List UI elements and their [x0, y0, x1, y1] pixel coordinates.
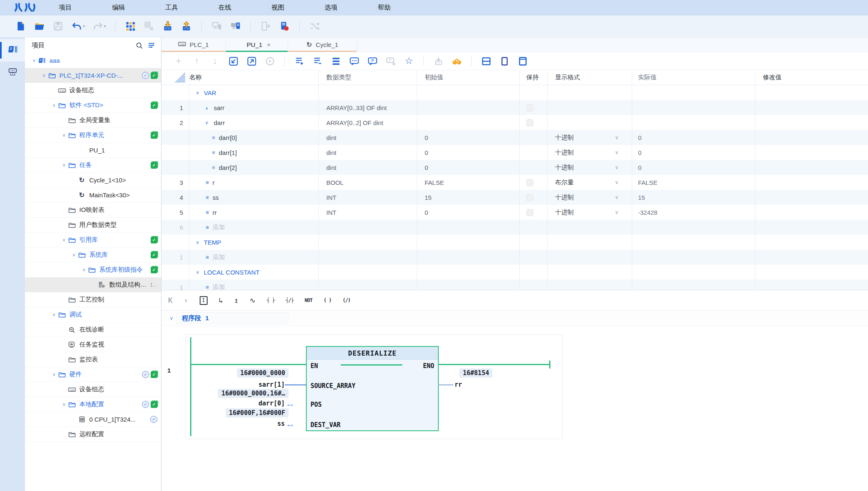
tree-item-device-config[interactable]: 1100设备组态 [25, 83, 161, 98]
dropdown-chevron-icon[interactable]: ∨ [615, 150, 619, 155]
retain-checkbox[interactable] [526, 179, 533, 186]
name-cell[interactable]: darr[0] [189, 130, 319, 145]
chevron-down-icon[interactable]: ∨ [51, 312, 57, 317]
menu-tools[interactable]: 工具 [165, 3, 178, 12]
network-section-header[interactable]: ∨ 程序段 1 [161, 311, 868, 326]
display-format-cell[interactable]: 十进制∨ [548, 145, 632, 160]
chevron-down-icon[interactable]: ∨ [81, 267, 87, 273]
export-vars-button[interactable] [246, 56, 257, 66]
tree-item-global-vars[interactable]: 全局变量集 [25, 113, 161, 128]
tree-item-cpu-1[interactable]: 0 CPU_1[T324...✓ [25, 412, 161, 427]
name-cell[interactable]: ›sarr [189, 100, 319, 115]
chevron-down-icon[interactable]: ∨ [61, 133, 67, 138]
activity-network-config[interactable] [0, 61, 25, 84]
data-type-cell[interactable]: dint [319, 160, 417, 175]
menu-online[interactable]: 在线 [218, 3, 231, 12]
name-cell[interactable]: rr [189, 205, 319, 220]
undo-dropdown-caret[interactable]: ▾ [83, 24, 85, 28]
edge-pulse-button[interactable]: ∿ [249, 297, 255, 304]
frame-view-button[interactable] [517, 56, 528, 66]
menu-options[interactable]: 选项 [325, 3, 337, 12]
name-cell[interactable]: ∨darr [189, 115, 319, 130]
favorite-button[interactable]: ☆ [403, 56, 414, 66]
data-type-cell[interactable]: ARRAY[0..2] OF dint [319, 115, 417, 130]
ladder-canvas[interactable]: 1 DESERIALIZE EN ENO SOURCE_ARRAYPOSDEST… [161, 326, 868, 491]
menu-edit[interactable]: 编辑 [112, 3, 125, 12]
tab-cycle-1[interactable]: ↻Cycle_1 [288, 37, 357, 52]
delete-row-button[interactable] [312, 56, 323, 66]
import-vars-button[interactable] [228, 56, 239, 66]
data-type-cell[interactable]: dint [319, 130, 417, 145]
select-tool-button[interactable]: K [168, 297, 173, 304]
chevron-down-icon[interactable]: ∨ [41, 73, 47, 78]
export-snapshot-button[interactable] [433, 56, 444, 66]
tree-item-software-std[interactable]: ∨软件 <STD>✓ [25, 98, 161, 113]
retain-checkbox[interactable] [526, 209, 533, 216]
data-type-cell[interactable]: dint [319, 145, 417, 160]
dropdown-chevron-icon[interactable]: ∨ [615, 194, 619, 200]
chevron-down-icon[interactable]: ∨ [194, 90, 201, 96]
data-type-cell[interactable]: BOOL [319, 175, 417, 190]
menu-project[interactable]: 项目 [59, 3, 72, 12]
name-cell[interactable]: 添加 [189, 250, 319, 265]
tree-item-plc-1[interactable]: ∨PLC_1[T324-XP-CD-...✓✓ [25, 68, 161, 83]
contact-nc-button[interactable]: ┤/├ [286, 298, 293, 303]
tree-item-tasks[interactable]: ∨任务✓ [25, 158, 161, 173]
coil-button[interactable]: ( ) [324, 298, 332, 303]
initial-value-cell[interactable] [417, 100, 520, 115]
dropdown-chevron-icon[interactable]: ∨ [615, 179, 619, 185]
add-variable-button[interactable]: + [173, 56, 184, 66]
function-block[interactable]: DESERIALIZE EN ENO SOURCE_ARRAYPOSDEST_V… [306, 346, 439, 431]
tree-item-array-struct-instructions[interactable]: 数组及结构体...1... [25, 277, 161, 292]
menu-help[interactable]: 帮助 [378, 3, 391, 12]
modify-value-cell[interactable] [756, 205, 868, 220]
tree-item-cycle-1[interactable]: ↻Cycle_1<10> [25, 173, 161, 188]
tab-plc-1[interactable]: 1100PLC_1 [161, 37, 226, 52]
chevron-down-icon[interactable]: ∨ [194, 270, 201, 275]
chevron-down-icon[interactable]: ∨ [194, 240, 201, 245]
monitor-mode-button[interactable] [230, 20, 241, 32]
chevron-down-icon[interactable]: ∨ [31, 58, 37, 63]
close-icon[interactable]: × [267, 41, 271, 48]
run-check-button[interactable] [264, 56, 275, 66]
tree-item-maintask[interactable]: ↻MainTask<30> [25, 188, 161, 203]
display-format-cell[interactable]: 十进制∨ [548, 130, 632, 145]
name-cell[interactable]: darr[2] [189, 160, 319, 175]
name-cell[interactable]: ∨VAR [189, 85, 319, 100]
back-button[interactable]: ‹ [184, 297, 188, 304]
chevron-down-icon[interactable]: ∨ [51, 372, 57, 377]
chevron-down-icon[interactable]: ∨ [71, 252, 77, 258]
name-cell[interactable]: 添加 [189, 280, 319, 290]
display-format-cell[interactable]: 十进制∨ [548, 160, 632, 175]
collapse-icon[interactable]: ∨ [203, 120, 210, 125]
tree-item-debug[interactable]: ∨调试 [25, 307, 161, 322]
name-cell[interactable]: 添加 [189, 220, 319, 235]
name-cell[interactable]: ss [189, 190, 319, 205]
chevron-down-icon[interactable]: ∨ [166, 315, 176, 321]
retain-checkbox[interactable] [526, 119, 533, 126]
contact-no-button[interactable]: ┤ ├ [267, 298, 274, 303]
search-icon[interactable] [136, 42, 143, 49]
find-button[interactable] [451, 56, 462, 66]
initial-value-cell[interactable]: 15 [417, 190, 520, 205]
initial-value-cell[interactable]: 0 [417, 205, 520, 220]
new-project-button[interactable] [15, 20, 27, 32]
coil-nc-button[interactable]: (/) [342, 298, 350, 303]
dropdown-chevron-icon[interactable]: ∨ [615, 164, 619, 170]
modify-value-cell[interactable] [756, 175, 868, 190]
modify-value-cell[interactable] [756, 190, 868, 205]
tree-item-online-diagnosis[interactable]: 在线诊断 [25, 322, 161, 337]
insert-instruction-button[interactable]: I [200, 296, 208, 305]
branch-close-button[interactable]: ↥ [234, 297, 238, 304]
batch-edit-button[interactable] [330, 56, 341, 66]
chevron-down-icon[interactable]: ∨ [61, 402, 67, 407]
ladder-network[interactable]: DESERIALIZE EN ENO SOURCE_ARRAYPOSDEST_V… [185, 334, 563, 439]
move-up-button[interactable]: ↑ [191, 56, 202, 66]
name-cell[interactable]: darr[1] [189, 145, 319, 160]
tab-pu-1[interactable]: PU_1× [226, 37, 288, 52]
tree-item-process-control[interactable]: 工艺控制 [25, 292, 161, 307]
tree-item-program-units[interactable]: ∨程序单元✓ [25, 128, 161, 143]
modify-value-cell[interactable] [756, 145, 868, 160]
dropdown-chevron-icon[interactable]: ∨ [615, 135, 619, 140]
input-operand[interactable]: sarr[1] [259, 381, 285, 389]
